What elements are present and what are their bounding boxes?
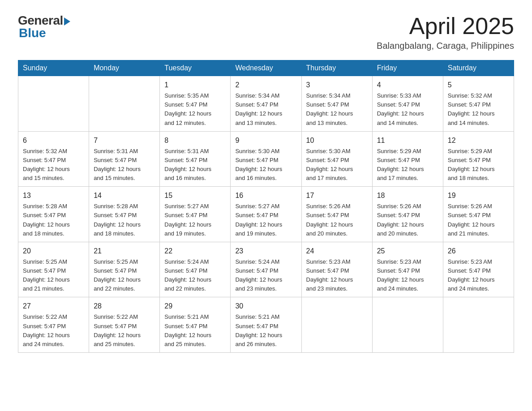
day-number: 27 bbox=[23, 301, 84, 312]
day-number: 19 bbox=[448, 190, 509, 201]
day-info: Sunrise: 5:21 AM Sunset: 5:47 PM Dayligh… bbox=[235, 313, 296, 349]
day-number: 6 bbox=[23, 135, 84, 146]
day-info: Sunrise: 5:34 AM Sunset: 5:47 PM Dayligh… bbox=[306, 91, 368, 128]
calendar-cell bbox=[89, 76, 160, 132]
calendar-cell bbox=[443, 297, 514, 353]
day-number: 9 bbox=[235, 135, 296, 146]
day-info: Sunrise: 5:26 AM Sunset: 5:47 PM Dayligh… bbox=[448, 202, 509, 238]
weekday-header-wednesday: Wednesday bbox=[231, 60, 301, 76]
day-info: Sunrise: 5:29 AM Sunset: 5:47 PM Dayligh… bbox=[377, 147, 438, 183]
day-number: 11 bbox=[377, 135, 438, 146]
day-info: Sunrise: 5:35 AM Sunset: 5:47 PM Dayligh… bbox=[164, 91, 226, 128]
day-info: Sunrise: 5:26 AM Sunset: 5:47 PM Dayligh… bbox=[377, 202, 438, 238]
calendar-cell: 20Sunrise: 5:25 AM Sunset: 5:47 PM Dayli… bbox=[18, 242, 89, 297]
calendar-cell: 15Sunrise: 5:27 AM Sunset: 5:47 PM Dayli… bbox=[160, 187, 231, 242]
day-info: Sunrise: 5:32 AM Sunset: 5:47 PM Dayligh… bbox=[23, 147, 84, 183]
calendar-location: Balangbalang, Caraga, Philippines bbox=[377, 41, 514, 51]
logo-blue-text: Blue bbox=[19, 26, 46, 40]
day-number: 2 bbox=[235, 80, 296, 90]
calendar-cell: 2Sunrise: 5:34 AM Sunset: 5:47 PM Daylig… bbox=[231, 76, 301, 132]
day-info: Sunrise: 5:32 AM Sunset: 5:47 PM Dayligh… bbox=[448, 91, 509, 128]
day-number: 8 bbox=[164, 135, 226, 146]
day-number: 26 bbox=[448, 246, 509, 257]
day-number: 21 bbox=[94, 246, 155, 257]
day-number: 14 bbox=[94, 190, 155, 201]
day-info: Sunrise: 5:31 AM Sunset: 5:47 PM Dayligh… bbox=[94, 147, 155, 183]
calendar-cell: 10Sunrise: 5:30 AM Sunset: 5:47 PM Dayli… bbox=[301, 131, 372, 187]
day-number: 15 bbox=[164, 190, 226, 201]
day-info: Sunrise: 5:21 AM Sunset: 5:47 PM Dayligh… bbox=[164, 313, 226, 349]
day-info: Sunrise: 5:24 AM Sunset: 5:47 PM Dayligh… bbox=[164, 257, 226, 294]
calendar-cell: 19Sunrise: 5:26 AM Sunset: 5:47 PM Dayli… bbox=[443, 187, 514, 242]
day-info: Sunrise: 5:29 AM Sunset: 5:47 PM Dayligh… bbox=[448, 147, 509, 183]
day-info: Sunrise: 5:22 AM Sunset: 5:47 PM Dayligh… bbox=[94, 313, 155, 349]
calendar-cell: 6Sunrise: 5:32 AM Sunset: 5:47 PM Daylig… bbox=[18, 131, 89, 187]
weekday-header-row: SundayMondayTuesdayWednesdayThursdayFrid… bbox=[18, 60, 514, 76]
calendar-cell: 28Sunrise: 5:22 AM Sunset: 5:47 PM Dayli… bbox=[89, 297, 160, 353]
calendar-cell: 9Sunrise: 5:30 AM Sunset: 5:47 PM Daylig… bbox=[231, 131, 301, 187]
calendar-cell: 27Sunrise: 5:22 AM Sunset: 5:47 PM Dayli… bbox=[18, 297, 89, 353]
day-info: Sunrise: 5:23 AM Sunset: 5:47 PM Dayligh… bbox=[448, 257, 509, 294]
day-number: 1 bbox=[164, 80, 226, 90]
calendar-week-row: 20Sunrise: 5:25 AM Sunset: 5:47 PM Dayli… bbox=[18, 242, 514, 297]
day-number: 17 bbox=[306, 190, 368, 201]
weekday-header-thursday: Thursday bbox=[301, 60, 372, 76]
day-number: 22 bbox=[164, 246, 226, 257]
day-number: 25 bbox=[377, 246, 438, 257]
weekday-header-tuesday: Tuesday bbox=[160, 60, 231, 76]
logo-arrow-icon bbox=[64, 17, 70, 26]
day-number: 18 bbox=[377, 190, 438, 201]
day-info: Sunrise: 5:30 AM Sunset: 5:47 PM Dayligh… bbox=[235, 147, 296, 183]
calendar-cell: 5Sunrise: 5:32 AM Sunset: 5:47 PM Daylig… bbox=[443, 76, 514, 132]
weekday-header-monday: Monday bbox=[89, 60, 160, 76]
day-number: 13 bbox=[23, 190, 84, 201]
calendar-cell: 13Sunrise: 5:28 AM Sunset: 5:47 PM Dayli… bbox=[18, 187, 89, 242]
day-number: 4 bbox=[377, 80, 438, 90]
day-info: Sunrise: 5:22 AM Sunset: 5:47 PM Dayligh… bbox=[23, 313, 84, 349]
calendar-cell: 29Sunrise: 5:21 AM Sunset: 5:47 PM Dayli… bbox=[160, 297, 231, 353]
calendar-cell: 3Sunrise: 5:34 AM Sunset: 5:47 PM Daylig… bbox=[301, 76, 372, 132]
calendar-cell bbox=[372, 297, 443, 353]
calendar-cell: 16Sunrise: 5:27 AM Sunset: 5:47 PM Dayli… bbox=[231, 187, 301, 242]
calendar-cell: 12Sunrise: 5:29 AM Sunset: 5:47 PM Dayli… bbox=[443, 131, 514, 187]
calendar-cell: 24Sunrise: 5:23 AM Sunset: 5:47 PM Dayli… bbox=[301, 242, 372, 297]
calendar-cell bbox=[301, 297, 372, 353]
day-number: 20 bbox=[23, 246, 84, 257]
calendar-cell: 22Sunrise: 5:24 AM Sunset: 5:47 PM Dayli… bbox=[160, 242, 231, 297]
calendar-cell: 17Sunrise: 5:26 AM Sunset: 5:47 PM Dayli… bbox=[301, 187, 372, 242]
calendar-title: April 2025 bbox=[377, 13, 514, 39]
calendar-cell: 1Sunrise: 5:35 AM Sunset: 5:47 PM Daylig… bbox=[160, 76, 231, 132]
day-number: 12 bbox=[448, 135, 509, 146]
day-info: Sunrise: 5:31 AM Sunset: 5:47 PM Dayligh… bbox=[164, 147, 226, 183]
page-header: General Blue April 2025 Balangbalang, Ca… bbox=[18, 13, 514, 51]
calendar-cell: 14Sunrise: 5:28 AM Sunset: 5:47 PM Dayli… bbox=[89, 187, 160, 242]
day-number: 7 bbox=[94, 135, 155, 146]
day-info: Sunrise: 5:25 AM Sunset: 5:47 PM Dayligh… bbox=[23, 257, 84, 294]
day-info: Sunrise: 5:28 AM Sunset: 5:47 PM Dayligh… bbox=[23, 202, 84, 238]
day-number: 23 bbox=[235, 246, 296, 257]
calendar-cell bbox=[18, 76, 89, 132]
day-number: 16 bbox=[235, 190, 296, 201]
day-info: Sunrise: 5:27 AM Sunset: 5:47 PM Dayligh… bbox=[164, 202, 226, 238]
calendar-cell: 26Sunrise: 5:23 AM Sunset: 5:47 PM Dayli… bbox=[443, 242, 514, 297]
day-info: Sunrise: 5:34 AM Sunset: 5:47 PM Dayligh… bbox=[235, 91, 296, 128]
day-info: Sunrise: 5:23 AM Sunset: 5:47 PM Dayligh… bbox=[377, 257, 438, 294]
calendar-cell: 18Sunrise: 5:26 AM Sunset: 5:47 PM Dayli… bbox=[372, 187, 443, 242]
calendar-week-row: 6Sunrise: 5:32 AM Sunset: 5:47 PM Daylig… bbox=[18, 131, 514, 187]
day-number: 29 bbox=[164, 301, 226, 312]
calendar-cell: 25Sunrise: 5:23 AM Sunset: 5:47 PM Dayli… bbox=[372, 242, 443, 297]
calendar-cell: 21Sunrise: 5:25 AM Sunset: 5:47 PM Dayli… bbox=[89, 242, 160, 297]
calendar-cell: 8Sunrise: 5:31 AM Sunset: 5:47 PM Daylig… bbox=[160, 131, 231, 187]
day-number: 10 bbox=[306, 135, 368, 146]
calendar-cell: 11Sunrise: 5:29 AM Sunset: 5:47 PM Dayli… bbox=[372, 131, 443, 187]
calendar-week-row: 1Sunrise: 5:35 AM Sunset: 5:47 PM Daylig… bbox=[18, 76, 514, 132]
day-info: Sunrise: 5:30 AM Sunset: 5:47 PM Dayligh… bbox=[306, 147, 368, 183]
calendar-cell: 7Sunrise: 5:31 AM Sunset: 5:47 PM Daylig… bbox=[89, 131, 160, 187]
day-number: 24 bbox=[306, 246, 368, 257]
day-number: 3 bbox=[306, 80, 368, 90]
day-info: Sunrise: 5:25 AM Sunset: 5:47 PM Dayligh… bbox=[94, 257, 155, 294]
title-section: April 2025 Balangbalang, Caraga, Philipp… bbox=[377, 13, 514, 51]
day-info: Sunrise: 5:23 AM Sunset: 5:47 PM Dayligh… bbox=[306, 257, 368, 294]
logo: General Blue bbox=[18, 13, 70, 40]
day-number: 30 bbox=[235, 301, 296, 312]
